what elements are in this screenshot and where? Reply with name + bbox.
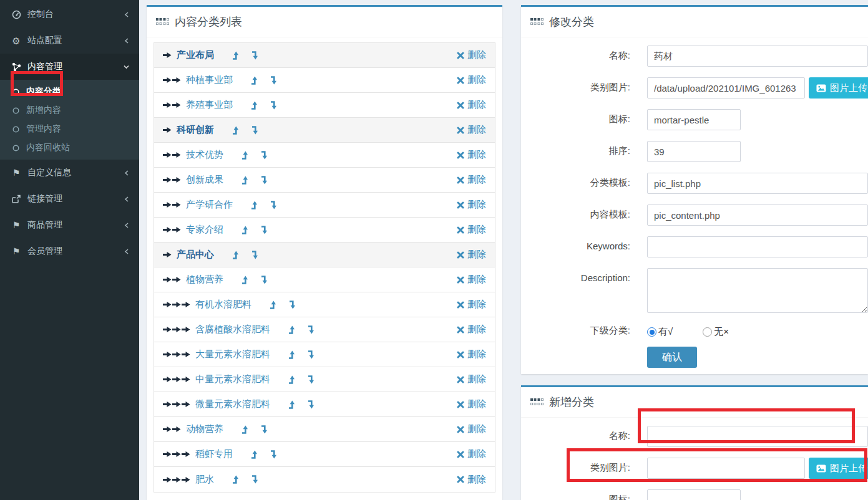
add-upload-button[interactable]: 图片上传 (809, 458, 868, 479)
sidebar-item-link-management[interactable]: 链接管理 (0, 186, 139, 212)
delete-link[interactable]: 删除 (457, 124, 486, 136)
subcategory-yes-option[interactable]: 有√ (647, 326, 673, 338)
category-name-link[interactable]: 中量元素水溶肥料 (195, 373, 270, 385)
edit-name-input[interactable] (647, 46, 868, 67)
delete-link[interactable]: 删除 (457, 99, 486, 111)
move-up-button[interactable] (231, 126, 240, 135)
category-name-link[interactable]: 产业布局 (177, 49, 214, 61)
move-up-button[interactable] (287, 400, 296, 409)
category-name-link[interactable]: 大量元素水溶肥料 (195, 349, 270, 360)
edit-sort-input[interactable] (647, 141, 741, 162)
move-up-button[interactable] (287, 325, 296, 334)
move-up-button[interactable] (240, 151, 249, 160)
move-down-button[interactable] (250, 251, 259, 259)
move-down-button[interactable] (306, 375, 315, 384)
move-up-button[interactable] (231, 51, 240, 60)
move-down-button[interactable] (260, 151, 268, 160)
move-up-button[interactable] (250, 450, 258, 459)
move-down-button[interactable] (269, 101, 278, 110)
radio-checked-icon[interactable] (647, 327, 656, 337)
category-name-link[interactable]: 种植事业部 (186, 74, 233, 86)
move-down-button[interactable] (269, 201, 278, 209)
delete-link[interactable]: 删除 (457, 299, 486, 310)
move-down-button[interactable] (306, 325, 315, 334)
subcategory-no-option[interactable]: 无× (703, 326, 729, 338)
move-down-button[interactable] (269, 450, 278, 459)
delete-link[interactable]: 删除 (457, 324, 486, 335)
delete-link[interactable]: 删除 (457, 174, 486, 186)
delete-link[interactable]: 删除 (457, 74, 486, 86)
edit-content-template-input[interactable] (647, 204, 868, 226)
sidebar-subitem-add-content[interactable]: 新增内容 (0, 101, 139, 120)
add-name-input[interactable] (647, 426, 868, 447)
category-name-link[interactable]: 养殖事业部 (186, 99, 233, 111)
move-up-button[interactable] (250, 201, 258, 209)
move-down-button[interactable] (260, 276, 268, 284)
move-down-button[interactable] (269, 76, 278, 85)
category-name-link[interactable]: 植物营养 (186, 274, 223, 286)
category-name-link[interactable]: 创新成果 (186, 174, 223, 186)
category-name-link[interactable]: 产品中心 (177, 249, 214, 261)
delete-link[interactable]: 删除 (457, 398, 486, 410)
move-down-button[interactable] (306, 400, 315, 409)
category-name-link[interactable]: 肥水 (195, 474, 214, 486)
category-name-link[interactable]: 稻虾专用 (195, 448, 233, 460)
delete-link[interactable]: 删除 (457, 349, 486, 360)
sidebar-item-custom-info[interactable]: ⚑ 自定义信息 (0, 160, 139, 186)
sidebar-item-dashboard[interactable]: 控制台 (0, 1, 139, 27)
delete-link[interactable]: 删除 (457, 373, 486, 385)
delete-link[interactable]: 删除 (457, 199, 486, 211)
edit-image-input[interactable] (647, 77, 805, 99)
edit-category-template-input[interactable] (647, 173, 868, 194)
sidebar-subitem-content-recycle[interactable]: 内容回收站 (0, 138, 139, 157)
edit-description-textarea[interactable] (647, 268, 868, 313)
delete-link[interactable]: 删除 (457, 474, 486, 486)
move-up-button[interactable] (231, 251, 240, 259)
edit-icon-input[interactable] (647, 109, 741, 130)
confirm-button[interactable]: 确认 (647, 347, 697, 368)
category-name-link[interactable]: 有机水溶肥料 (195, 299, 251, 310)
delete-link[interactable]: 删除 (457, 448, 486, 460)
delete-link[interactable]: 删除 (457, 224, 486, 236)
radio-unchecked-icon[interactable] (703, 327, 712, 337)
move-down-button[interactable] (260, 226, 268, 234)
category-name-link[interactable]: 科研创新 (177, 124, 214, 136)
move-down-button[interactable] (260, 425, 268, 434)
delete-link[interactable]: 删除 (457, 274, 486, 286)
category-name-link[interactable]: 微量元素水溶肥料 (195, 398, 270, 410)
move-down-button[interactable] (250, 475, 259, 484)
move-up-button[interactable] (268, 300, 277, 309)
category-name-link[interactable]: 产学研合作 (186, 199, 233, 211)
delete-link[interactable]: 删除 (457, 249, 486, 261)
sidebar-subitem-manage-content[interactable]: 管理内容 (0, 120, 139, 138)
move-up-button[interactable] (250, 76, 258, 85)
move-down-button[interactable] (250, 51, 259, 60)
edit-upload-button[interactable]: 图片上传 (809, 77, 868, 99)
sidebar-item-member-management[interactable]: ⚑ 会员管理 (0, 238, 139, 264)
add-icon-input[interactable] (647, 489, 741, 500)
move-down-button[interactable] (306, 350, 315, 359)
category-name-link[interactable]: 动物营养 (186, 423, 223, 435)
sidebar-subitem-content-category[interactable]: 内容分类 (0, 82, 139, 101)
move-up-button[interactable] (240, 226, 249, 234)
move-up-button[interactable] (287, 350, 296, 359)
move-up-button[interactable] (240, 276, 249, 284)
move-up-button[interactable] (287, 375, 296, 384)
move-up-button[interactable] (240, 425, 249, 434)
delete-link[interactable]: 删除 (457, 49, 486, 61)
move-up-button[interactable] (231, 475, 240, 484)
delete-link[interactable]: 删除 (457, 149, 486, 161)
move-down-button[interactable] (260, 176, 268, 185)
sidebar-item-goods-management[interactable]: ⚑ 商品管理 (0, 212, 139, 238)
category-name-link[interactable]: 专家介绍 (186, 224, 223, 236)
category-name-link[interactable]: 含腐植酸水溶肥料 (195, 324, 270, 335)
category-name-link[interactable]: 技术优势 (186, 149, 223, 161)
delete-link[interactable]: 删除 (457, 423, 486, 435)
move-up-button[interactable] (250, 101, 258, 110)
sidebar-item-content-management[interactable]: 内容管理 (0, 54, 139, 80)
move-down-button[interactable] (250, 126, 259, 135)
sidebar-item-site-config[interactable]: ⚙ 站点配置 (0, 27, 139, 54)
add-image-input[interactable] (647, 458, 805, 479)
move-down-button[interactable] (288, 300, 296, 309)
move-up-button[interactable] (240, 176, 249, 185)
